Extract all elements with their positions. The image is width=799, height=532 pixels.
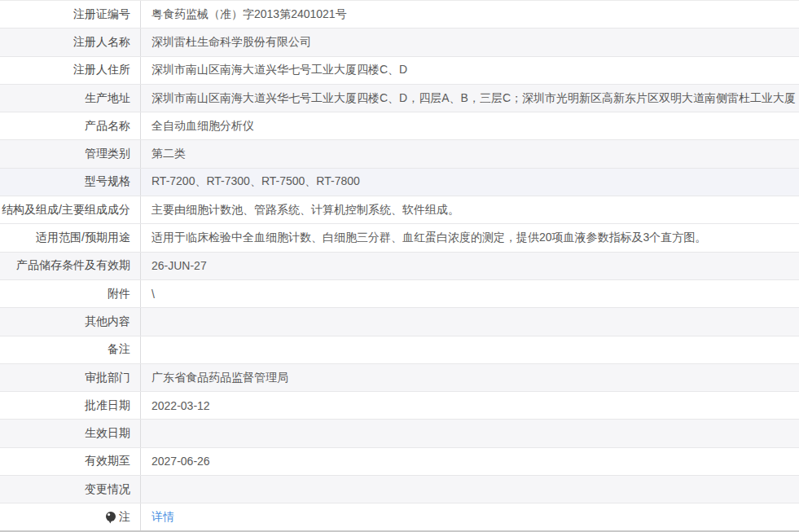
row-value-text: 粤食药监械（准）字2013第2401021号: [151, 7, 347, 22]
table-row: 注 详情: [0, 503, 799, 531]
row-label: 审批部门: [0, 364, 141, 391]
row-label-text: 备注: [108, 342, 130, 357]
row-value-text: 26-JUN-27: [151, 259, 207, 272]
table-row: 附件 \: [0, 280, 799, 308]
row-value-text: 适用于临床检验中全血细胞计数、白细胞三分群、血红蛋白浓度的测定，提供20项血液参…: [151, 231, 706, 245]
row-label: 生产地址: [0, 85, 141, 112]
table-row: 批准日期 2022-03-12: [0, 392, 799, 420]
registration-info-table: 注册证编号 粤食药监械（准）字2013第2401021号 注册人名称 深圳雷杜生…: [0, 0, 799, 532]
row-label-text: 审批部门: [85, 371, 130, 385]
row-label-text: 注: [119, 510, 130, 525]
row-value: 第二类: [141, 140, 799, 167]
row-value: 深圳市南山区南海大道兴华七号工业大厦四楼C、D: [141, 57, 799, 84]
table-row: 注册证编号 粤食药监械（准）字2013第2401021号: [0, 1, 799, 29]
table-row: 适用范围/预期用途 适用于临床检验中全血细胞计数、白细胞三分群、血红蛋白浓度的测…: [0, 224, 799, 252]
table-row: 型号规格 RT-7200、RT-7300、RT-7500、RT-7800: [0, 169, 799, 196]
row-label-text: 型号规格: [85, 174, 130, 189]
row-label: 型号规格: [0, 169, 141, 196]
table-row: 产品储存条件及有效期 26-JUN-27: [0, 253, 799, 280]
row-label: 产品储存条件及有效期: [0, 253, 141, 279]
row-label-text: 变更情况: [85, 482, 130, 497]
row-value: 详情: [141, 503, 799, 530]
row-label: 注册人名称: [0, 29, 141, 55]
row-value-text: 深圳雷杜生命科学股份有限公司: [151, 35, 311, 50]
row-value: 粤食药监械（准）字2013第2401021号: [141, 1, 799, 28]
table-row: 注册人名称 深圳雷杜生命科学股份有限公司: [0, 29, 799, 56]
row-value: 适用于临床检验中全血细胞计数、白细胞三分群、血红蛋白浓度的测定，提供20项血液参…: [141, 224, 799, 251]
row-label-text: 附件: [108, 287, 130, 301]
row-label-text: 结构及组成/主要组成成分: [2, 203, 130, 218]
table-row: 变更情况: [0, 476, 799, 503]
row-label-text: 有效期至: [85, 454, 130, 468]
row-label: 注: [0, 503, 141, 530]
row-label: 批准日期: [0, 392, 141, 419]
row-label-text: 注册人住所: [73, 63, 130, 77]
row-value: [141, 308, 799, 335]
row-label: 结构及组成/主要组成成分: [0, 196, 141, 223]
row-label: 注册证编号: [0, 1, 141, 28]
row-label: 备注: [0, 336, 141, 363]
row-value-text: 2022-03-12: [151, 399, 210, 412]
row-label: 产品名称: [0, 112, 141, 139]
row-label-text: 适用范围/预期用途: [36, 231, 130, 245]
row-value-text: 广东省食品药品监督管理局: [151, 371, 288, 385]
table-row: 注册人住所 深圳市南山区南海大道兴华七号工业大厦四楼C、D: [0, 57, 799, 85]
row-value: 2022-03-12: [141, 392, 799, 419]
row-label: 生效日期: [0, 420, 141, 446]
table-row: 生产地址 深圳市南山区南海大道兴华七号工业大厦四楼C、D，四层A、B，三层C；深…: [0, 85, 799, 112]
row-label-text: 产品名称: [85, 119, 130, 134]
row-label: 管理类别: [0, 140, 141, 167]
row-value-text: 深圳市南山区南海大道兴华七号工业大厦四楼C、D，四层A、B，三层C；深圳市光明新…: [151, 91, 796, 106]
row-value: 2027-06-26: [141, 448, 799, 475]
row-value: [141, 420, 799, 446]
row-label: 适用范围/预期用途: [0, 224, 141, 251]
row-value: 26-JUN-27: [141, 253, 799, 279]
row-value: RT-7200、RT-7300、RT-7500、RT-7800: [141, 169, 799, 196]
row-value-text: 第二类: [151, 147, 186, 161]
row-label: 注册人住所: [0, 57, 141, 84]
row-label: 附件: [0, 280, 141, 307]
row-label: 有效期至: [0, 448, 141, 475]
table-row: 生效日期: [0, 420, 799, 447]
row-value: [141, 476, 799, 503]
row-label-text: 其他内容: [85, 314, 130, 329]
row-label-text: 生产地址: [85, 91, 130, 106]
row-label-text: 产品储存条件及有效期: [16, 258, 130, 273]
row-value-text: 主要由细胞计数池、管路系统、计算机控制系统、软件组成。: [151, 203, 459, 218]
row-label-text: 生效日期: [85, 426, 130, 441]
row-label: 其他内容: [0, 308, 141, 335]
row-value: 主要由细胞计数池、管路系统、计算机控制系统、软件组成。: [141, 196, 799, 223]
row-value: 深圳雷杜生命科学股份有限公司: [141, 29, 799, 55]
row-label: 变更情况: [0, 476, 141, 503]
row-label-text: 批准日期: [85, 398, 130, 413]
row-label-text: 注册人名称: [73, 35, 130, 50]
row-value: 深圳市南山区南海大道兴华七号工业大厦四楼C、D，四层A、B，三层C；深圳市光明新…: [141, 85, 799, 112]
table-row: 审批部门 广东省食品药品监督管理局: [0, 364, 799, 392]
row-label-text: 管理类别: [85, 147, 130, 161]
row-value-text: 全自动血细胞分析仪: [151, 119, 254, 134]
table-row: 其他内容: [0, 308, 799, 336]
row-value: 广东省食品药品监督管理局: [141, 364, 799, 391]
table-row: 管理类别 第二类: [0, 140, 799, 168]
row-value-text: \: [151, 288, 155, 301]
row-value: 全自动血细胞分析仪: [141, 112, 799, 139]
row-value-text: 深圳市南山区南海大道兴华七号工业大厦四楼C、D: [151, 63, 407, 77]
row-value-text: RT-7200、RT-7300、RT-7500、RT-7800: [151, 174, 360, 189]
table-row: 产品名称 全自动血细胞分析仪: [0, 112, 799, 140]
note-icon: [105, 511, 116, 524]
detail-link[interactable]: 详情: [151, 510, 174, 525]
table-row: 备注: [0, 336, 799, 364]
row-value: [141, 336, 799, 363]
row-value-text: 2027-06-26: [151, 455, 210, 468]
row-value: \: [141, 280, 799, 307]
row-label-text: 注册证编号: [73, 7, 130, 22]
table-row: 有效期至 2027-06-26: [0, 448, 799, 476]
table-row: 结构及组成/主要组成成分 主要由细胞计数池、管路系统、计算机控制系统、软件组成。: [0, 196, 799, 224]
